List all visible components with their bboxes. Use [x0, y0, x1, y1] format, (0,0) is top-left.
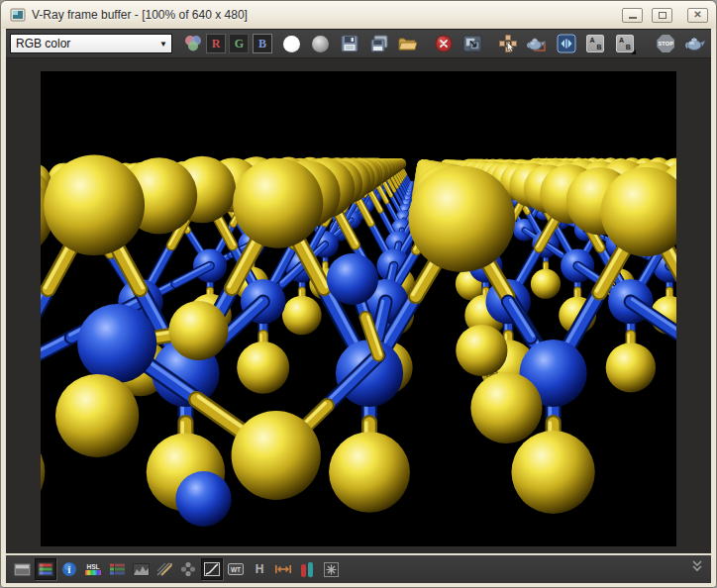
track-mouse-button[interactable]: [497, 32, 518, 55]
duplicate-frames-icon: [462, 35, 482, 52]
double-chevron-down-icon: [689, 558, 705, 574]
info-icon: i: [61, 561, 77, 577]
histogram-h-button[interactable]: H: [249, 558, 270, 580]
minimize-icon: [629, 17, 637, 19]
duplicate-to-host-buffer-button[interactable]: [461, 32, 482, 55]
white-circle-icon: [283, 36, 300, 52]
pixel-aspect-button[interactable]: [272, 558, 294, 580]
red-teal-bars-icon: [301, 562, 313, 577]
wt-label: WT: [231, 566, 241, 573]
stacked-floppies-icon: [370, 35, 388, 52]
rainbow-bar-icon: [85, 570, 101, 575]
minimize-button[interactable]: [622, 8, 643, 23]
effects-button[interactable]: [320, 558, 342, 580]
green-channel-label: G: [229, 34, 249, 53]
window-title: V-Ray frame buffer - [100% of 640 x 480]: [32, 8, 248, 22]
levels-bars-icon: [109, 562, 126, 576]
stop-sign-icon: STOP: [657, 35, 674, 52]
color-grid-icon: [38, 562, 53, 576]
app-icon: [10, 7, 26, 23]
stop-label: STOP: [659, 41, 674, 47]
clear-image-button[interactable]: [433, 32, 454, 55]
histogram-mountain-icon: [133, 563, 150, 576]
monochromatic-button[interactable]: [310, 32, 331, 55]
lut-button[interactable]: WT: [225, 558, 247, 580]
wt-box-icon: WT: [228, 563, 244, 575]
molecular-lattice-render: [41, 71, 676, 546]
hsl-label: HSL: [87, 563, 100, 570]
curve-correction-button[interactable]: [201, 558, 223, 580]
ab-a-label: A: [619, 37, 624, 44]
compare-bars-button[interactable]: [296, 558, 318, 580]
green-channel-button[interactable]: G: [229, 32, 250, 55]
vray-frame-buffer-window: V-Ray frame buffer - [100% of 640 x 480]…: [0, 0, 717, 588]
image-info-button[interactable]: i: [58, 558, 80, 580]
svg-text:i: i: [68, 564, 71, 575]
histogram-button[interactable]: [130, 558, 152, 580]
ab-vertical-icon: A B: [616, 35, 634, 52]
titlebar[interactable]: V-Ray frame buffer - [100% of 640 x 480]…: [1, 1, 716, 29]
top-toolbar: RGB color ▼ R G B: [6, 29, 711, 58]
channel-select[interactable]: RGB color ▼: [10, 34, 172, 53]
close-button[interactable]: ✕: [687, 8, 708, 23]
compare-horizontal-button[interactable]: [556, 32, 576, 55]
window-bottom-edge: [1, 583, 716, 587]
rendered-image: [41, 71, 676, 546]
render-viewport: [6, 58, 711, 553]
curve-box-icon: [204, 562, 220, 576]
region-render-button[interactable]: [526, 32, 548, 55]
curves-pencil-icon: [156, 562, 172, 576]
ab-compare-horizontal-button[interactable]: A B: [585, 32, 606, 55]
panel-icon: [14, 563, 31, 576]
save-image-button[interactable]: [340, 32, 360, 55]
track-mouse-icon: [498, 34, 518, 53]
expand-toolbar-button[interactable]: [689, 558, 705, 578]
ab-a-label: A: [589, 37, 594, 44]
alpha-channel-button[interactable]: [281, 32, 302, 55]
pixel-aspect-icon: [274, 563, 292, 575]
blue-channel-button[interactable]: B: [252, 32, 272, 55]
stop-render-button[interactable]: STOP: [656, 32, 676, 55]
maximize-button[interactable]: [652, 8, 672, 23]
bottom-toolbar: i HSL: [6, 555, 711, 583]
hsl-button[interactable]: HSL: [82, 558, 104, 580]
floppy-disk-icon: [341, 35, 358, 52]
blue-channel-label: B: [253, 34, 272, 53]
hsl-icon: HSL: [85, 563, 101, 575]
window-controls: ✕: [613, 8, 708, 23]
ab-b-label: B: [596, 44, 601, 50]
rgb-circles-icon: [183, 35, 203, 52]
channel-select-value: RGB color: [16, 37, 159, 50]
color-corrections-button[interactable]: [35, 558, 56, 580]
client-area: RGB color ▼ R G B: [6, 29, 711, 583]
save-all-channels-button[interactable]: [368, 32, 389, 55]
curves-button[interactable]: [154, 558, 175, 580]
gray-circle-icon: [312, 36, 329, 52]
load-image-button[interactable]: [397, 32, 418, 55]
red-channel-button[interactable]: R: [205, 32, 226, 55]
asterisk-box-icon: [324, 562, 339, 577]
pinwheel-icon: [180, 561, 196, 577]
chevron-down-icon: ▼: [159, 40, 167, 49]
red-x-circle-icon: [435, 35, 453, 52]
compare-arrows-icon: [557, 34, 576, 53]
ab-compare-vertical-button[interactable]: A B: [614, 32, 635, 55]
pixel-info-button[interactable]: [11, 558, 33, 580]
red-channel-label: R: [206, 34, 226, 53]
render-last-button[interactable]: [684, 32, 706, 55]
corner-triangle-icon: [631, 49, 636, 54]
white-balance-button[interactable]: [177, 558, 199, 580]
folder-icon: [398, 36, 418, 51]
teapot-region-icon: [526, 35, 548, 52]
teapot-icon: [684, 36, 706, 51]
h-letter-icon: H: [256, 562, 264, 576]
close-icon: ✕: [693, 10, 701, 20]
rgb-channels-button[interactable]: [182, 32, 203, 55]
ab-horizontal-icon: A B: [586, 35, 604, 52]
color-balance-button[interactable]: [106, 558, 128, 580]
maximize-icon: [659, 12, 666, 19]
